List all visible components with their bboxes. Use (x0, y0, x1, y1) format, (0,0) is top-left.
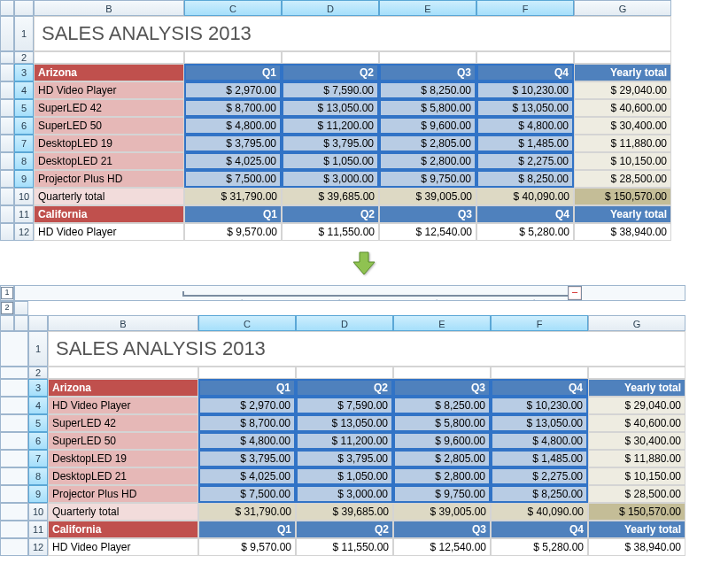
q-header[interactable]: Q1 (198, 379, 296, 397)
col-header-F[interactable]: F (491, 315, 588, 331)
data-cell[interactable]: $ 2,275.00 (476, 152, 574, 170)
q-header[interactable]: Q2 (282, 205, 379, 223)
quarterly-total-label[interactable]: Quarterly total (48, 503, 198, 521)
yearly-total-cell[interactable]: $ 10,150.00 (574, 152, 671, 170)
data-cell[interactable]: $ 11,550.00 (282, 223, 379, 241)
row-header-11[interactable]: 11 (14, 205, 34, 223)
row-header-4[interactable]: 4 (28, 397, 48, 414)
product-name[interactable]: Projector Plus HD (48, 485, 198, 503)
data-cell[interactable]: $ 11,200.00 (282, 117, 379, 135)
data-cell[interactable]: $ 5,280.00 (491, 538, 588, 556)
yearly-total-header[interactable]: Yearly total (574, 205, 671, 223)
quarterly-total-cell[interactable]: $ 39,685.00 (282, 188, 379, 205)
product-name[interactable]: HD Video Player (34, 223, 184, 241)
row-header-2[interactable]: 2 (14, 51, 34, 64)
data-cell[interactable]: $ 1,050.00 (282, 152, 379, 170)
outline-level-1[interactable]: 1 (0, 285, 14, 301)
data-cell[interactable]: $ 10,230.00 (476, 81, 574, 99)
region-name[interactable]: Arizona (48, 379, 198, 397)
row-header-3[interactable]: 3 (14, 64, 34, 81)
data-cell[interactable]: $ 3,795.00 (282, 135, 379, 152)
data-cell[interactable]: $ 4,800.00 (184, 117, 282, 135)
col-header-C[interactable]: C (184, 0, 282, 16)
yearly-total-cell[interactable]: $ 40,600.00 (588, 414, 685, 432)
data-cell[interactable]: $ 13,050.00 (491, 414, 588, 432)
col-header-E[interactable]: E (393, 315, 491, 331)
yearly-total-cell[interactable]: $ 30,400.00 (588, 432, 685, 450)
yearly-total-cell[interactable]: $ 38,940.00 (574, 223, 671, 241)
row-header-7[interactable]: 7 (28, 450, 48, 467)
data-cell[interactable]: $ 8,250.00 (491, 485, 588, 503)
product-name[interactable]: SuperLED 42 (34, 99, 184, 117)
q-header[interactable]: Q2 (296, 521, 393, 538)
product-name[interactable]: DesktopLED 21 (34, 152, 184, 170)
data-cell[interactable]: $ 3,000.00 (296, 485, 393, 503)
data-cell[interactable]: $ 3,000.00 (282, 170, 379, 188)
yearly-total-cell[interactable]: $ 28,500.00 (588, 485, 685, 503)
region-name[interactable]: Arizona (34, 64, 184, 81)
data-cell[interactable]: $ 2,805.00 (393, 450, 491, 467)
yearly-total-cell[interactable]: $ 30,400.00 (574, 117, 671, 135)
product-name[interactable]: SuperLED 50 (34, 117, 184, 135)
product-name[interactable]: DesktopLED 21 (48, 467, 198, 485)
data-cell[interactable]: $ 2,970.00 (198, 397, 296, 414)
q-header[interactable]: Q3 (393, 379, 491, 397)
data-cell[interactable]: $ 4,800.00 (198, 432, 296, 450)
data-cell[interactable]: $ 5,800.00 (379, 99, 476, 117)
selectall-corner[interactable] (14, 0, 34, 16)
row-header-10[interactable]: 10 (28, 503, 48, 521)
row-header-3[interactable]: 3 (28, 379, 48, 397)
data-cell[interactable]: $ 3,795.00 (296, 450, 393, 467)
quarterly-total-label[interactable]: Quarterly total (34, 188, 184, 205)
row-header-11[interactable]: 11 (28, 521, 48, 538)
q-header[interactable]: Q3 (379, 64, 476, 81)
outline-collapse-button[interactable]: – (568, 286, 582, 300)
col-header-B[interactable]: B (48, 315, 198, 331)
yearly-total-header[interactable]: Yearly total (574, 64, 671, 81)
col-header-G[interactable]: G (588, 315, 685, 331)
quarterly-total-cell[interactable]: $ 39,685.00 (296, 503, 393, 521)
data-cell[interactable]: $ 12,540.00 (393, 538, 491, 556)
quarterly-total-cell[interactable]: $ 40,090.00 (476, 188, 574, 205)
data-cell[interactable]: $ 9,600.00 (379, 117, 476, 135)
row-header-8[interactable]: 8 (14, 152, 34, 170)
region-name[interactable]: California (48, 521, 198, 538)
data-cell[interactable]: $ 7,500.00 (184, 170, 282, 188)
yearly-total-cell[interactable]: $ 29,040.00 (588, 397, 685, 414)
outline-level-2[interactable]: 2 (0, 301, 14, 315)
q-header[interactable]: Q4 (491, 521, 588, 538)
data-cell[interactable]: $ 13,050.00 (282, 99, 379, 117)
product-name[interactable]: HD Video Player (48, 538, 198, 556)
row-header-12[interactable]: 12 (28, 538, 48, 556)
quarterly-yearly-total[interactable]: $ 150,570.00 (588, 503, 685, 521)
product-name[interactable]: DesktopLED 19 (34, 135, 184, 152)
data-cell[interactable]: $ 5,280.00 (476, 223, 574, 241)
data-cell[interactable]: $ 8,700.00 (198, 414, 296, 432)
yearly-total-cell[interactable]: $ 29,040.00 (574, 81, 671, 99)
row-header-9[interactable]: 9 (14, 170, 34, 188)
data-cell[interactable]: $ 7,500.00 (198, 485, 296, 503)
yearly-total-cell[interactable]: $ 40,600.00 (574, 99, 671, 117)
data-cell[interactable]: $ 2,800.00 (379, 152, 476, 170)
row-header-4[interactable]: 4 (14, 81, 34, 99)
row-header-12[interactable]: 12 (14, 223, 34, 241)
row-header-6[interactable]: 6 (28, 432, 48, 450)
data-cell[interactable]: $ 5,800.00 (393, 414, 491, 432)
data-cell[interactable]: $ 13,050.00 (296, 414, 393, 432)
yearly-total-cell[interactable]: $ 11,880.00 (574, 135, 671, 152)
col-header-B[interactable]: B (34, 0, 184, 16)
yearly-total-cell[interactable]: $ 11,880.00 (588, 450, 685, 467)
q-header[interactable]: Q2 (282, 64, 379, 81)
product-name[interactable]: SuperLED 42 (48, 414, 198, 432)
quarterly-total-cell[interactable]: $ 39,005.00 (379, 188, 476, 205)
data-cell[interactable]: $ 12,540.00 (379, 223, 476, 241)
data-cell[interactable]: $ 2,805.00 (379, 135, 476, 152)
q-header[interactable]: Q4 (476, 64, 574, 81)
q-header[interactable]: Q4 (476, 205, 574, 223)
quarterly-total-cell[interactable]: $ 39,005.00 (393, 503, 491, 521)
col-header-G[interactable]: G (574, 0, 671, 16)
quarterly-yearly-total[interactable]: $ 150,570.00 (574, 188, 671, 205)
yearly-total-cell[interactable]: $ 10,150.00 (588, 467, 685, 485)
data-cell[interactable]: $ 9,600.00 (393, 432, 491, 450)
col-header-D[interactable]: D (296, 315, 393, 331)
